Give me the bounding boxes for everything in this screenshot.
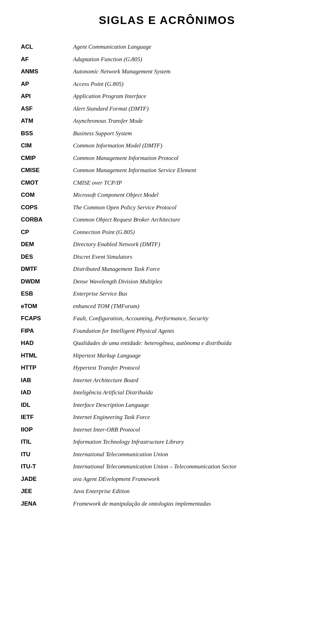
table-row: ITU-TInternational Telecommunication Uni…: [21, 460, 313, 473]
acronym-cell: API: [21, 90, 73, 103]
table-row: FIPAFoundation for Intelligent Physical …: [21, 325, 313, 337]
table-row: DMTFDistributed Management Task Force: [21, 263, 313, 275]
definition-cell: Business Support System: [73, 127, 313, 140]
acronym-cell: HTML: [21, 349, 73, 362]
table-row: JADEava Agent DEvelopment Framework: [21, 473, 313, 485]
table-row: HADQualidades de uma entidade: heterogên…: [21, 337, 313, 349]
table-row: BSSBusiness Support System: [21, 127, 313, 140]
table-row: DWDMDense Wavelength Division Multiplex: [21, 275, 313, 288]
acronym-cell: COM: [21, 189, 73, 201]
table-row: ITILInformation Technology Infrastructur…: [21, 436, 313, 448]
definition-cell: Hipertext Markup Language: [73, 349, 313, 362]
table-row: COPSThe Common Open Policy Service Proto…: [21, 201, 313, 214]
definition-cell: Foundation for Intelligent Physical Agen…: [73, 325, 313, 337]
table-row: CMOTCMISE over TCP/IP: [21, 177, 313, 189]
definition-cell: Agent Communication Language: [73, 41, 313, 53]
acronym-cell: JADE: [21, 473, 73, 485]
table-row: APAccess Point (G.805): [21, 78, 313, 90]
definition-cell: Framework de manipulação de ontologias i…: [73, 498, 313, 510]
acronym-cell: ITU-T: [21, 460, 73, 473]
table-row: IABInternet Architecture Board: [21, 374, 313, 387]
table-row: eTOMenhanced TOM (TMForum): [21, 300, 313, 313]
acronym-cell: ESB: [21, 288, 73, 300]
table-row: IDLInterface Description Language: [21, 399, 313, 411]
definition-cell: Java Enterprise Edition: [73, 485, 313, 498]
definition-cell: Dense Wavelength Division Multiplex: [73, 275, 313, 288]
definition-cell: The Common Open Policy Service Protocol: [73, 201, 313, 214]
definition-cell: Distributed Management Task Force: [73, 263, 313, 275]
acronym-cell: IETF: [21, 411, 73, 424]
acronym-cell: IAD: [21, 386, 73, 399]
definition-cell: Internet Architecture Board: [73, 374, 313, 387]
acronym-cell: JENA: [21, 498, 73, 510]
page-title: SIGLAS E ACRÔNIMOS: [21, 14, 313, 27]
definition-cell: Asynchronous Transfer Mode: [73, 115, 313, 127]
table-row: HTTPHypertext Transfer Protocol: [21, 362, 313, 374]
definition-cell: ava Agent DEvelopment Framework: [73, 473, 313, 485]
definition-cell: Qualidades de uma entidade: heterogênea,…: [73, 337, 313, 349]
acronym-cell: ITIL: [21, 436, 73, 448]
definition-cell: Information Technology Infrastructure Li…: [73, 436, 313, 448]
definition-cell: Internet Inter-ORB Protocol: [73, 424, 313, 436]
definition-cell: enhanced TOM (TMForum): [73, 300, 313, 313]
definition-cell: Interface Description Language: [73, 399, 313, 411]
definition-cell: Common Information Model (DMTF): [73, 139, 313, 152]
table-row: CIMCommon Information Model (DMTF): [21, 139, 313, 152]
acronym-cell: CP: [21, 226, 73, 239]
definition-cell: International Telecommunication Union: [73, 448, 313, 461]
definition-cell: Discret Event Simulators: [73, 251, 313, 263]
table-row: ITUInternational Telecommunication Union: [21, 448, 313, 461]
table-row: APIApplication Program Interface: [21, 90, 313, 103]
table-row: ACLAgent Communication Language: [21, 41, 313, 53]
definition-cell: International Telecommunication Union – …: [73, 460, 313, 473]
definition-cell: Common Object Request Broker Architectur…: [73, 214, 313, 226]
acronym-cell: DEM: [21, 238, 73, 251]
acronym-cell: CMISE: [21, 164, 73, 177]
table-row: IADInteligência Artificial Distribuída: [21, 386, 313, 399]
table-row: ASFAlert Standard Format (DMTF): [21, 103, 313, 115]
acronym-cell: HTTP: [21, 362, 73, 374]
definition-cell: Alert Standard Format (DMTF): [73, 103, 313, 115]
acronym-cell: AP: [21, 78, 73, 90]
acronym-cell: ANMS: [21, 65, 73, 78]
definition-cell: Common Management Information Service El…: [73, 164, 313, 177]
definition-cell: Autonomic Network Management System: [73, 65, 313, 78]
definition-cell: Directory Enabled Network (DMTF): [73, 238, 313, 251]
acronym-cell: IDL: [21, 399, 73, 411]
table-row: IIOPInternet Inter-ORB Protocol: [21, 424, 313, 436]
definition-cell: Microsoft Component Object Model: [73, 189, 313, 201]
table-row: CORBACommon Object Request Broker Archit…: [21, 214, 313, 226]
definition-cell: CMISE over TCP/IP: [73, 177, 313, 189]
table-row: CMIPCommon Management Information Protoc…: [21, 152, 313, 164]
acronym-cell: eTOM: [21, 300, 73, 313]
acronym-cell: ACL: [21, 41, 73, 53]
acronym-cell: IIOP: [21, 424, 73, 436]
acronym-cell: JEE: [21, 485, 73, 498]
acronym-cell: ATM: [21, 115, 73, 127]
acronym-cell: BSS: [21, 127, 73, 140]
acronym-table: ACLAgent Communication LanguageAFAdaptat…: [21, 41, 313, 510]
definition-cell: Enterprise Service Bus: [73, 288, 313, 300]
table-row: IETFInternet Engineering Task Force: [21, 411, 313, 424]
acronym-cell: FIPA: [21, 325, 73, 337]
table-row: DEMDirectory Enabled Network (DMTF): [21, 238, 313, 251]
table-row: CMISECommon Management Information Servi…: [21, 164, 313, 177]
acronym-cell: CMIP: [21, 152, 73, 164]
table-row: DESDiscret Event Simulators: [21, 251, 313, 263]
acronym-cell: ASF: [21, 103, 73, 115]
table-row: FCAPSFault, Configuration, Accounting, P…: [21, 312, 313, 325]
acronym-cell: DMTF: [21, 263, 73, 275]
table-row: HTMLHipertext Markup Language: [21, 349, 313, 362]
table-row: JEEJava Enterprise Edition: [21, 485, 313, 498]
definition-cell: Common Management Information Protocol: [73, 152, 313, 164]
acronym-cell: ITU: [21, 448, 73, 461]
table-row: ATMAsynchronous Transfer Mode: [21, 115, 313, 127]
table-row: ANMSAutonomic Network Management System: [21, 65, 313, 78]
table-row: JENAFramework de manipulação de ontologi…: [21, 498, 313, 510]
definition-cell: Connection Point (G.805): [73, 226, 313, 239]
acronym-cell: IAB: [21, 374, 73, 387]
definition-cell: Inteligência Artificial Distribuída: [73, 386, 313, 399]
definition-cell: Internet Engineering Task Force: [73, 411, 313, 424]
definition-cell: Access Point (G.805): [73, 78, 313, 90]
definition-cell: Hypertext Transfer Protocol: [73, 362, 313, 374]
